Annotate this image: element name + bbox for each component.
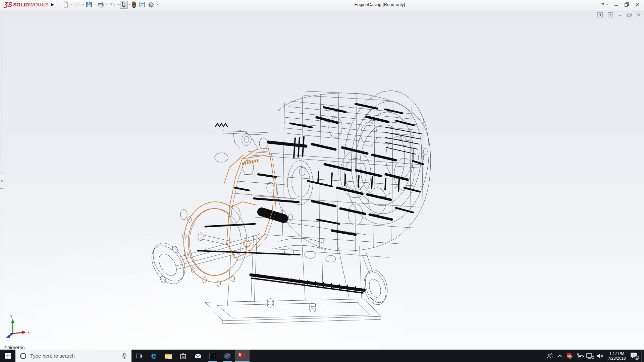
rebuild-button[interactable]	[131, 1, 137, 9]
view-orientation-label: *Dimetric	[4, 345, 25, 350]
taskbar-app-file-explorer[interactable]	[161, 350, 176, 362]
file-properties-icon	[139, 1, 145, 8]
battery-plug-icon	[576, 352, 584, 360]
volume-button[interactable]	[596, 352, 604, 360]
start-button[interactable]	[0, 350, 15, 362]
new-dropdown-caret[interactable]: ▾	[71, 3, 72, 6]
collapse-pane-right-button[interactable]	[608, 12, 613, 17]
task-view-icon	[135, 353, 143, 359]
document-window-controls	[597, 12, 641, 17]
select-tool-button[interactable]	[120, 1, 128, 9]
svg-text:SW: SW	[568, 354, 572, 357]
ethernet-network-icon	[586, 352, 594, 360]
brand-text-solid: SOLID	[13, 2, 29, 7]
doc-close-button[interactable]	[637, 13, 641, 17]
chevron-up-icon	[557, 353, 563, 359]
power-status-button[interactable]	[576, 352, 584, 360]
collapse-pane-left-button[interactable]	[597, 12, 603, 17]
options-button[interactable]	[147, 1, 156, 9]
triad-y-label: Y	[10, 315, 13, 319]
command-prompt-icon: C:\_	[209, 352, 217, 360]
file-explorer-icon	[164, 352, 172, 360]
open-icon	[74, 1, 81, 8]
doc-restore-button[interactable]	[627, 13, 632, 17]
triad-z-axis-icon	[10, 333, 13, 336]
clock[interactable]: 1:17 PM 7/23/2018	[606, 351, 628, 361]
orientation-triad: Y x	[3, 314, 32, 340]
toolbar-separator	[57, 1, 57, 8]
new-document-icon	[63, 1, 69, 8]
svg-text:W: W	[242, 353, 246, 357]
print-icon	[97, 1, 104, 8]
taskbar-app-hexagon[interactable]	[220, 350, 235, 362]
open-button[interactable]	[73, 1, 82, 9]
solidworks-resource-monitor[interactable]: SW	[566, 352, 574, 360]
taskbar-app-edge[interactable]: e	[146, 350, 161, 362]
store-icon	[179, 352, 187, 360]
volume-muted-icon	[596, 352, 604, 360]
undo-button[interactable]	[108, 1, 117, 9]
system-tray: SW 1:17 PM 7/23/2018 3	[545, 350, 644, 362]
print-button[interactable]	[96, 1, 105, 9]
sw-resource-monitor-icon: SW	[566, 352, 574, 360]
hexagon-app-icon	[223, 352, 231, 360]
engine-casing-wireframe-model[interactable]	[0, 10, 644, 350]
splitter-grip-dot	[1, 180, 3, 182]
taskbar-search[interactable]	[15, 350, 131, 362]
taskbar-app-store[interactable]	[176, 350, 191, 362]
mail-icon	[194, 353, 202, 359]
tray-time: 1:17 PM	[606, 351, 627, 356]
help-button[interactable]: ?	[601, 2, 604, 7]
select-cursor-icon	[121, 1, 127, 8]
close-button[interactable]	[635, 3, 639, 7]
taskbar-app-mail[interactable]	[191, 350, 205, 362]
taskbar-app-solidworks[interactable]: SW2017	[235, 350, 250, 362]
save-dropdown-caret[interactable]: ▾	[94, 3, 96, 6]
svg-text:C:\_: C:\_	[210, 354, 215, 356]
people-icon	[546, 352, 553, 360]
cortana-circle-icon	[19, 352, 27, 360]
options-gear-icon	[148, 1, 155, 8]
microphone-icon[interactable]	[121, 352, 128, 360]
task-view-button[interactable]	[131, 350, 146, 362]
window-controls: ? ▾	[601, 2, 644, 7]
action-center-button[interactable]: 3	[629, 351, 640, 361]
search-input[interactable]	[30, 353, 121, 359]
action-center-icon: 3	[630, 351, 640, 361]
triad-y-arrow-icon	[11, 319, 14, 323]
graphics-viewport[interactable]: Y x *Dimetric	[0, 10, 644, 350]
tray-date: 7/23/2018	[606, 356, 627, 361]
network-status-button[interactable]	[586, 352, 594, 360]
undo-icon	[109, 1, 116, 8]
show-desktop-button[interactable]	[641, 350, 643, 362]
feature-tree-splitter-handle[interactable]	[0, 173, 4, 189]
brand-text-works: WORKS	[29, 2, 49, 7]
triad-x-label: x	[28, 330, 30, 334]
tray-overflow-button[interactable]	[555, 353, 564, 359]
restore-button[interactable]	[625, 2, 629, 7]
minimize-button[interactable]	[614, 3, 618, 7]
notification-badge: 3	[636, 356, 638, 359]
solidworks-2017-icon: SW2017	[238, 352, 247, 360]
save-button[interactable]	[85, 1, 93, 9]
print-dropdown-caret[interactable]: ▾	[106, 3, 107, 6]
new-document-button[interactable]	[62, 1, 70, 9]
select-dropdown-caret[interactable]: ▾	[129, 3, 130, 6]
windows-taskbar: e C:\_ SW2017 SW	[0, 350, 644, 362]
file-properties-button[interactable]	[138, 1, 146, 9]
taskbar-app-command-prompt[interactable]: C:\_	[205, 350, 220, 362]
undo-dropdown-caret[interactable]: ▾	[118, 3, 119, 6]
titlebar: ƷS SOLIDWORKS ▶ ▾ ▾ ▾ ▾ ▾ ▾ ▾ En	[0, 0, 644, 9]
svg-text:2017: 2017	[240, 357, 246, 359]
dassault-3ds-logo-icon: ƷS	[4, 1, 13, 8]
solidworks-logo: ƷS SOLIDWORKS	[0, 1, 51, 8]
document-title: EngineCasing [Read-only]	[158, 2, 601, 7]
open-dropdown-caret[interactable]: ▾	[83, 3, 84, 6]
help-dropdown-caret[interactable]: ▾	[606, 3, 608, 6]
windows-logo-icon	[5, 353, 11, 359]
menu-flyout-arrow-icon[interactable]: ▶	[51, 2, 54, 7]
people-button[interactable]	[545, 352, 554, 360]
options-dropdown-caret[interactable]: ▾	[157, 3, 158, 6]
save-icon	[86, 1, 92, 8]
doc-minimize-button[interactable]	[618, 13, 622, 17]
